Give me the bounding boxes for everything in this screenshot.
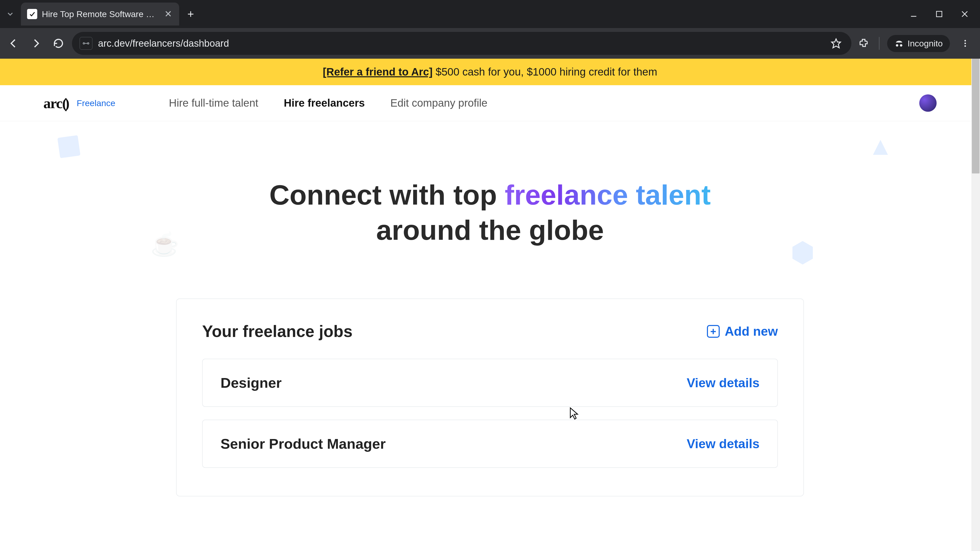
tab-title: Hire Top Remote Software Deve	[42, 9, 160, 19]
minimize-icon[interactable]	[906, 6, 921, 22]
svg-point-10	[964, 45, 966, 47]
svg-point-8	[964, 40, 966, 41]
new-tab-button[interactable]: +	[182, 5, 200, 23]
tab-search-dropdown[interactable]	[3, 6, 18, 22]
job-row: Designer View details	[202, 359, 778, 407]
close-tab-icon[interactable]: ✕	[164, 9, 172, 19]
incognito-label: Incognito	[907, 38, 943, 48]
tab-favicon	[27, 9, 37, 19]
js-icon	[57, 135, 80, 158]
close-window-icon[interactable]	[957, 6, 972, 22]
add-new-job-button[interactable]: + Add new	[707, 324, 778, 339]
python-icon: ⬢	[789, 236, 817, 264]
hero: ☕ ▲ ⬢ Connect with top freelance talent …	[0, 121, 980, 299]
jobs-section-title: Your freelance jobs	[202, 322, 352, 341]
logo-text: arc	[43, 95, 62, 111]
toolbar-divider	[879, 37, 880, 50]
back-button[interactable]	[5, 35, 22, 52]
job-title: Senior Product Manager	[221, 435, 386, 452]
address-bar[interactable]: arc.dev/freelancers/dashboard	[72, 32, 851, 55]
nav-hire-fulltime[interactable]: Hire full-time talent	[169, 97, 258, 109]
add-new-label: Add new	[725, 324, 778, 339]
svg-rect-1	[936, 11, 942, 17]
browser-toolbar: arc.dev/freelancers/dashboard Incognito	[0, 28, 980, 59]
window-controls	[906, 6, 977, 22]
freelance-badge: Freelance	[77, 98, 115, 108]
jobs-card: Your freelance jobs + Add new Designer V…	[176, 299, 804, 496]
forward-button[interactable]	[27, 35, 45, 52]
reload-button[interactable]	[49, 35, 67, 52]
bookmark-star-icon[interactable]	[829, 36, 844, 51]
maximize-icon[interactable]	[932, 6, 947, 22]
hero-heading: Connect with top freelance talent around…	[0, 177, 980, 248]
url-text[interactable]: arc.dev/freelancers/dashboard	[98, 38, 823, 49]
plus-square-icon: +	[707, 325, 720, 338]
view-details-link[interactable]: View details	[687, 437, 759, 451]
banner-text: $500 cash for you, $1000 hiring credit f…	[433, 66, 657, 78]
svg-point-9	[964, 43, 966, 44]
site-header: arc( ) Freelance Hire full-time talent H…	[0, 85, 980, 121]
site-info-icon[interactable]	[80, 37, 92, 50]
nav-edit-company-profile[interactable]: Edit company profile	[390, 97, 487, 109]
incognito-chip[interactable]: Incognito	[887, 35, 950, 52]
incognito-icon	[894, 38, 904, 48]
java-icon: ☕	[151, 231, 171, 256]
jobs-header: Your freelance jobs + Add new	[202, 322, 778, 341]
view-details-link[interactable]: View details	[687, 375, 759, 390]
nav-hire-freelancers[interactable]: Hire freelancers	[284, 97, 365, 109]
tab-strip: Hire Top Remote Software Deve ✕ +	[0, 0, 980, 28]
arc-logo[interactable]: arc( )	[43, 95, 67, 112]
page-viewport: [Refer a friend to Arc] $500 cash for yo…	[0, 59, 980, 551]
kebab-menu-icon[interactable]	[958, 36, 973, 51]
refer-friend-link[interactable]: [Refer a friend to Arc]	[323, 66, 433, 78]
header-nav: Hire full-time talent Hire freelancers E…	[169, 97, 487, 109]
extensions-icon[interactable]	[856, 36, 871, 51]
angular-icon: ▲	[868, 131, 893, 157]
hero-line2: around the globe	[376, 214, 604, 246]
logo-parens: ( )	[62, 95, 66, 111]
job-title: Designer	[221, 375, 282, 391]
svg-marker-7	[832, 39, 841, 48]
job-row: Senior Product Manager View details	[202, 420, 778, 468]
hero-line1-prefix: Connect with top	[269, 179, 505, 210]
browser-chrome: Hire Top Remote Software Deve ✕ +	[0, 0, 980, 59]
browser-tab[interactable]: Hire Top Remote Software Deve ✕	[21, 3, 179, 25]
avatar[interactable]	[919, 94, 937, 112]
hero-line1-highlight: freelance talent	[505, 179, 711, 210]
referral-banner: [Refer a friend to Arc] $500 cash for yo…	[0, 59, 980, 85]
svg-point-5	[88, 43, 89, 44]
svg-point-4	[83, 43, 85, 44]
